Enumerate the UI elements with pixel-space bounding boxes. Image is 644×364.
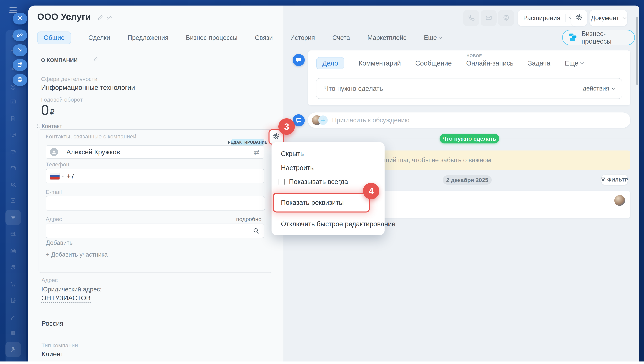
menu-item-show-requisites[interactable]: Показать реквизиты [281,199,344,206]
settings-button[interactable] [571,10,587,26]
phone-field[interactable]: +7 [46,169,264,183]
mail-icon[interactable] [8,163,19,174]
todo-input[interactable] [316,85,583,92]
copy-title-link-icon[interactable] [107,15,112,21]
print-button[interactable] [13,74,27,86]
tab-predlozheniya[interactable]: Предложения [128,34,168,42]
vertical-scrollbar[interactable] [636,16,638,85]
mail-icon [485,14,492,22]
menu-item-configure[interactable]: Настроить [281,164,314,172]
document-label: Документ [591,14,619,22]
todo-pill[interactable]: Что нужно сделать [440,134,499,144]
date-badge: 2 декабря 2025 [443,175,492,185]
rocket-icon[interactable] [5,342,21,357]
company-type-value[interactable]: Клиент [42,350,64,358]
invite-placeholder: Пригласить к обсуждению [332,117,410,124]
cart-icon[interactable] [8,279,19,290]
crm-filter-icon[interactable] [5,210,21,225]
copy-link-button[interactable] [13,30,27,41]
divider [273,216,383,216]
menu-item-always-show[interactable]: Показывать всегда [279,178,348,186]
contract-icon[interactable] [8,295,19,306]
actions-dropdown[interactable]: действия [583,85,615,92]
tab-obshchie[interactable]: Общие [37,32,71,44]
gear-icon [575,13,583,23]
always-show-checkbox[interactable] [279,179,285,185]
menu-item-hide[interactable]: Скрыть [281,150,304,158]
tab-istoriya[interactable]: История [290,34,315,42]
timeline-comment-bubble-icon [293,54,305,66]
tab-zadacha[interactable]: Задача [528,60,550,67]
search-icon[interactable] [253,227,260,235]
close-slider-button[interactable] [13,13,27,24]
kanban-icon[interactable] [8,229,19,240]
country-link[interactable]: Россия [42,320,63,327]
tab-svyazi[interactable]: Связи [255,34,273,42]
team-icon[interactable] [8,180,19,190]
legal-address-value[interactable]: ЭНТУЗИАСТОВ [42,294,91,302]
contacts-label: Контакты, связанные с компанией [46,133,136,140]
email-field[interactable] [46,196,265,210]
address-details-link[interactable]: подробно [236,216,261,222]
contact-group-label: Контакт [42,123,62,130]
tab-eshche[interactable]: Еще [424,34,441,42]
pen-icon[interactable] [8,312,19,322]
collapse-slider-button[interactable] [13,44,27,56]
tab-marketpleys[interactable]: Маркетплейс [367,34,406,42]
email-button[interactable] [481,10,497,26]
industry-label: Сфера деятельности [41,76,98,82]
calendar-icon[interactable] [8,96,19,107]
revenue-value[interactable]: 0 ₽ [41,102,55,118]
gear-icon [272,132,280,142]
industry-value[interactable]: Информационные технологии [41,84,135,91]
tab-biznes-processy[interactable]: Бизнес-процессы [186,34,238,42]
storage-icon[interactable] [8,245,19,256]
drag-handle-icon[interactable] [37,123,40,129]
legal-address-label: Юридический адрес: [42,286,102,293]
edit-title-icon[interactable] [97,14,103,21]
business-process-icon [568,33,577,42]
add-field-link[interactable]: Добавить [46,239,73,246]
close-icon [17,15,23,22]
tasks-icon[interactable] [8,195,19,206]
business-process-label: Бизнес-процессы [581,30,634,45]
tab-delo[interactable]: Дело [316,57,344,70]
invite-bar[interactable]: + Пригласить к обсуждению [308,112,630,128]
open-new-window-button[interactable] [13,59,27,71]
country-flag-icon[interactable] [50,172,60,180]
edit-section-icon[interactable] [93,57,98,62]
chevron-down-icon [438,35,442,39]
about-section-title: О КОМПАНИИ [41,57,78,63]
filter-button[interactable]: ФИЛЬТР [601,175,627,185]
extensions-button[interactable]: Расширения [517,10,577,26]
contact-select[interactable]: Алексей Кружков ⇄ [46,146,264,158]
new-badge: НОВОЕ [467,54,482,58]
tab-scheta[interactable]: Счета [332,34,350,42]
invite-plus-icon[interactable]: + [318,116,328,125]
tab-sdelki[interactable]: Сделки [88,34,110,42]
tab-soobshchenie[interactable]: Сообщение [415,60,452,67]
add-participant-link[interactable]: + Добавить участника [46,251,108,258]
menu-item-disable-quick-edit[interactable]: Отключить быстрое редактирование [281,220,395,228]
tab-eshche-timeline[interactable]: Еще [565,60,583,67]
annotation-step-3: 3 [278,118,295,135]
app-window: ООО Услуги Расширения Документ Общие Сде… [0,0,644,364]
presentation-icon[interactable] [8,130,19,140]
phone-value: +7 [67,172,75,180]
swap-contact-icon[interactable]: ⇄ [253,148,260,156]
chat-icon [502,14,510,22]
business-process-button[interactable]: Бизнес-процессы [562,30,635,45]
settings-icon[interactable] [8,328,19,338]
divider [41,69,277,70]
address-label: Адрес [46,216,62,222]
target-icon[interactable] [8,262,19,272]
drive-icon[interactable] [8,146,19,157]
document-button[interactable]: Документ [589,10,627,26]
chat-button[interactable] [498,10,514,26]
tab-onlayn-zapis[interactable]: НОВОЕ Онлайн-запись [466,60,513,67]
document-icon[interactable] [8,113,19,124]
funnel-icon [601,177,605,182]
call-button[interactable] [463,10,479,26]
address-field[interactable] [46,224,264,238]
tab-kommentariy[interactable]: Комментарий [359,60,401,67]
